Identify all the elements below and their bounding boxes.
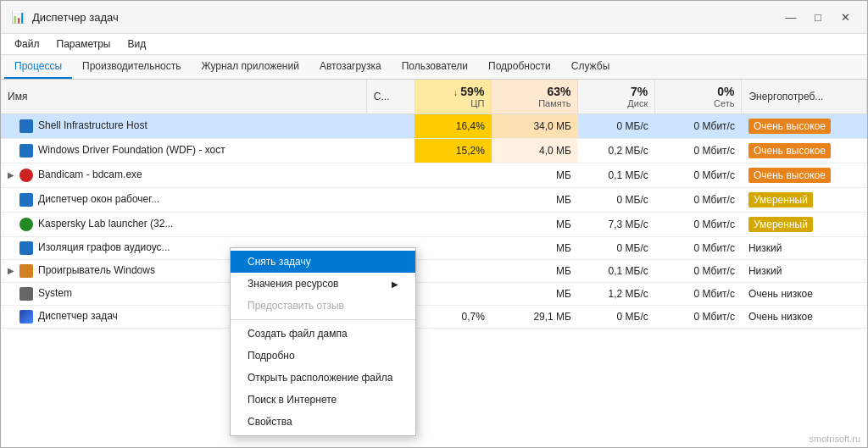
col-header-status[interactable]: С...: [366, 80, 415, 114]
expand-arrow[interactable]: ▶: [8, 266, 18, 275]
context-menu-item[interactable]: Подробно: [231, 345, 415, 367]
expand-arrow[interactable]: ▶: [8, 170, 18, 180]
tab-users[interactable]: Пользователи: [392, 55, 478, 79]
col-header-net[interactable]: 0% Сеть: [655, 80, 742, 114]
process-energy: Очень низкое: [742, 283, 867, 306]
process-icon: [19, 169, 33, 182]
process-cpu: [415, 260, 492, 283]
process-status: [366, 114, 415, 139]
energy-badge: Очень высокое: [748, 168, 831, 183]
minimize-button[interactable]: —: [779, 8, 803, 26]
context-menu-item-label: Поиск в Интернете: [248, 394, 337, 406]
window-icon: 📊: [11, 10, 25, 24]
process-name: Kaspersky Lab launcher (32...: [1, 213, 366, 237]
context-menu-item[interactable]: Создать файл дампа: [231, 323, 415, 345]
table-row[interactable]: Windows Driver Foundation (WDF) - хост15…: [1, 139, 867, 163]
process-name-text: Windows Driver Foundation (WDF) - хост: [38, 144, 225, 156]
process-mem: МБ: [492, 237, 578, 260]
process-table-container[interactable]: Имя С... ↓ 59% ЦП: [1, 80, 867, 447]
process-cpu: [415, 237, 492, 260]
process-table: Имя С... ↓ 59% ЦП: [1, 80, 867, 329]
process-name-text: Shell Infrastructure Host: [38, 119, 147, 131]
tab-details[interactable]: Подробности: [478, 55, 561, 79]
col-header-name[interactable]: Имя: [1, 80, 366, 114]
col-header-mem[interactable]: 63% Память: [492, 80, 578, 114]
table-header: Имя С... ↓ 59% ЦП: [1, 80, 867, 114]
process-disk: 0,1 МБ/с: [578, 260, 655, 283]
process-cpu: 16,4%: [415, 114, 492, 139]
process-icon: [19, 218, 33, 231]
table-row[interactable]: SystemМБ1,2 МБ/с0 Мбит/сОчень низкое: [1, 283, 867, 306]
title-bar: 📊 Диспетчер задач — □ ✕: [1, 1, 867, 34]
table-row[interactable]: Shell Infrastructure Host16,4%34,0 МБ0 М…: [1, 114, 867, 139]
tab-performance[interactable]: Производительность: [72, 55, 191, 79]
process-cpu: [415, 188, 492, 213]
context-menu-item[interactable]: Снять задачу: [231, 251, 415, 273]
tab-services[interactable]: Службы: [561, 55, 620, 79]
table-row[interactable]: Изоляция графов аудиоус...МБ0 МБ/с0 Мбит…: [1, 237, 867, 260]
process-energy: Очень высокое: [742, 163, 867, 188]
process-cpu: 0,7%: [415, 306, 492, 329]
tabs-bar: Процессы Производительность Журнал прило…: [1, 55, 867, 80]
process-cpu: [415, 163, 492, 188]
process-status: [366, 163, 415, 188]
menu-file[interactable]: Файл: [8, 36, 47, 53]
process-disk: 0,2 МБ/с: [578, 139, 655, 163]
process-net: 0 Мбит/с: [655, 188, 742, 213]
context-menu-item[interactable]: Открыть расположение файла: [231, 367, 415, 389]
table-row[interactable]: Диспетчер окон рабочег...МБ0 МБ/с0 Мбит/…: [1, 188, 867, 213]
close-button[interactable]: ✕: [833, 8, 857, 26]
tab-processes[interactable]: Процессы: [4, 55, 72, 79]
process-mem: 34,0 МБ: [492, 114, 578, 139]
energy-badge: Очень высокое: [748, 119, 831, 134]
maximize-button[interactable]: □: [806, 8, 830, 26]
menu-parameters[interactable]: Параметры: [50, 36, 118, 53]
process-net: 0 Мбит/с: [655, 260, 742, 283]
window-title: Диспетчер задач: [32, 11, 119, 24]
process-energy: Низкий: [742, 260, 867, 283]
menu-view[interactable]: Вид: [120, 36, 153, 53]
process-energy: Очень высокое: [742, 139, 867, 163]
process-status: [366, 139, 415, 163]
context-menu-item: Предоставить отзыв: [231, 295, 415, 317]
energy-badge: Умеренный: [748, 192, 813, 207]
process-energy: Низкий: [742, 237, 867, 260]
process-name-text: System: [38, 287, 72, 299]
process-net: 0 Мбит/с: [655, 306, 742, 329]
context-menu-item-label: Снять задачу: [248, 256, 311, 268]
context-menu-item[interactable]: Значения ресурсов▶: [231, 273, 415, 295]
process-name: ▶Bandicam - bdcam.exe: [1, 163, 366, 188]
col-header-disk[interactable]: 7% Диск: [578, 80, 655, 114]
process-mem: МБ: [492, 260, 578, 283]
process-icon: [19, 193, 33, 207]
process-mem: МБ: [492, 283, 578, 306]
process-disk: 0 МБ/с: [578, 237, 655, 260]
tab-app-history[interactable]: Журнал приложений: [192, 55, 309, 79]
title-bar-left: 📊 Диспетчер задач: [11, 10, 119, 24]
process-energy: Очень высокое: [742, 114, 867, 139]
table-row[interactable]: ▶Проигрыватель WindowsМБ0,1 МБ/с0 Мбит/с…: [1, 260, 867, 283]
process-icon: [19, 144, 33, 158]
table-row[interactable]: Диспетчер задач0,7%29,1 МБ0 МБ/с0 Мбит/с…: [1, 306, 867, 329]
table-row[interactable]: ▶Bandicam - bdcam.exeМБ0,1 МБ/с0 Мбит/сО…: [1, 163, 867, 188]
process-name: Windows Driver Foundation (WDF) - хост: [1, 139, 366, 163]
process-mem: 4,0 МБ: [492, 139, 578, 163]
context-menu-item[interactable]: Свойства: [231, 411, 415, 433]
process-disk: 0 МБ/с: [578, 188, 655, 213]
process-net: 0 Мбит/с: [655, 139, 742, 163]
submenu-arrow-icon: ▶: [392, 279, 398, 289]
process-name: Shell Infrastructure Host: [1, 114, 366, 139]
energy-badge: Умеренный: [748, 217, 813, 232]
context-menu-item[interactable]: Поиск в Интернете: [231, 389, 415, 411]
process-net: 0 Мбит/с: [655, 283, 742, 306]
col-header-cpu[interactable]: ↓ 59% ЦП: [415, 80, 492, 114]
tab-startup[interactable]: Автозагрузка: [309, 55, 392, 79]
context-menu-item-label: Создать файл дампа: [248, 328, 348, 340]
process-energy: Умеренный: [742, 213, 867, 237]
table-row[interactable]: Kaspersky Lab launcher (32...МБ7,3 МБ/с0…: [1, 213, 867, 237]
process-mem: МБ: [492, 213, 578, 237]
process-name: Диспетчер окон рабочег...: [1, 188, 366, 213]
process-name-text: Диспетчер задач: [38, 310, 118, 322]
process-cpu: [415, 213, 492, 237]
col-header-energy[interactable]: Энергопотреб...: [742, 80, 867, 114]
